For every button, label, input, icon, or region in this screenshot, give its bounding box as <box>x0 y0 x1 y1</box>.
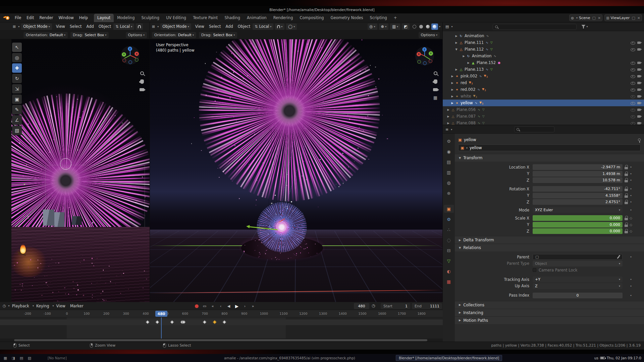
play-reverse-button[interactable]: ◀ <box>225 303 232 309</box>
editor-type-icon[interactable]: ⊞ <box>13 24 16 29</box>
marker-menu[interactable]: Marker <box>68 304 86 308</box>
mode-select[interactable]: Object Mode▾ <box>21 23 52 30</box>
animate-dot-icon[interactable]: • <box>628 187 634 191</box>
scale-x-field[interactable]: 0.000 <box>533 215 623 221</box>
jump-to-end-button[interactable]: » <box>249 303 257 309</box>
rotation-mode-select[interactable]: XYZ Euler▾ <box>533 207 623 213</box>
animate-dot-icon[interactable]: • <box>628 172 634 176</box>
visibility-dropdown[interactable]: ◎▾ <box>368 23 377 30</box>
axis-negx-handle[interactable] <box>122 59 126 62</box>
axis-y-handle[interactable]: Y <box>122 52 126 57</box>
outliner-row[interactable]: ▶✦red▼3 <box>443 79 644 86</box>
tab-output-icon[interactable]: ▤ <box>444 158 454 166</box>
lock-icon[interactable] <box>625 178 628 182</box>
tab-uv-editing[interactable]: UV Editing <box>163 14 190 22</box>
pin-icon[interactable] <box>638 138 641 141</box>
camera-parent-lock-checkbox[interactable] <box>533 268 536 272</box>
outliner-row[interactable]: ▶△Plane.088∿▽ <box>443 120 644 125</box>
keyframe-diamond[interactable] <box>203 320 206 324</box>
viewport-canvas[interactable]: User Perspective (480) paths | yellow Z … <box>150 39 442 302</box>
camera-visibility-icon[interactable] <box>637 61 642 65</box>
expand-icon[interactable]: ▶ <box>446 115 450 118</box>
expand-icon[interactable]: ▶ <box>454 68 459 71</box>
shading-rendered[interactable] <box>431 23 438 30</box>
tab-texture-paint[interactable]: Texture Paint <box>190 14 221 22</box>
tab-modeling[interactable]: Modeling <box>114 14 138 22</box>
axis-x-handle[interactable]: X <box>135 52 139 56</box>
view-menu[interactable]: View <box>193 24 207 29</box>
overlays-toggle[interactable]: ▥▾ <box>390 23 400 30</box>
outliner-row[interactable]: ▶△Plane.113∿▽ <box>443 66 644 73</box>
tab-object-data-icon[interactable]: ▽ <box>444 257 454 265</box>
axis-z-handle[interactable]: Z <box>422 47 427 52</box>
lock-icon[interactable] <box>625 200 628 204</box>
menu-window[interactable]: Window <box>56 14 76 21</box>
hide-eye-icon[interactable] <box>631 74 635 78</box>
camera-view-icon[interactable] <box>140 88 144 91</box>
hide-eye-icon[interactable] <box>631 41 635 45</box>
delta-transform-section-header[interactable]: ▶Delta Transform <box>455 236 644 244</box>
editor-type-icon[interactable]: ▤ <box>445 24 449 29</box>
collapse-icon[interactable]: ▼ <box>454 48 459 51</box>
outliner-row[interactable]: ▶↻Animation∿ <box>443 33 644 39</box>
animate-dot-icon[interactable]: • <box>628 294 634 297</box>
end-frame-field[interactable]: End1111 <box>412 303 442 309</box>
expand-icon[interactable]: ▶ <box>462 55 466 58</box>
tracking-axis-select[interactable]: +Y▾ <box>533 277 623 282</box>
viewlayer-selector[interactable]: ▥ ViewLayer ▢ × <box>604 14 642 21</box>
animate-dot-icon[interactable]: • <box>628 200 634 204</box>
axis-x-handle[interactable]: X <box>417 52 421 56</box>
start-frame-field[interactable]: Start1 <box>381 303 410 309</box>
animate-dot-icon[interactable]: • <box>628 208 634 212</box>
menu-help[interactable]: Help <box>76 14 91 21</box>
select-box-tool[interactable]: ↖ <box>12 43 22 52</box>
tab-geometry-nodes[interactable]: Geometry Nodes <box>327 14 367 22</box>
lock-icon[interactable] <box>625 187 628 191</box>
auto-key-record-button[interactable] <box>195 304 199 308</box>
navigation-gizmo[interactable]: Z X Y <box>415 47 434 65</box>
shading-material[interactable] <box>425 23 431 30</box>
transform-orientation-select[interactable]: ⇅Local▾ <box>113 23 134 30</box>
hide-eye-icon[interactable] <box>631 108 635 112</box>
tab-constraints-icon[interactable]: ⊟ <box>444 246 454 254</box>
tab-shading[interactable]: Shading <box>221 14 244 22</box>
rotation-y-field[interactable]: 4.1558° <box>533 193 623 198</box>
new-scene-icon[interactable]: ▢ <box>592 16 596 20</box>
hide-eye-icon[interactable] <box>631 94 635 99</box>
collections-section-header[interactable]: ▶Collections <box>455 301 644 309</box>
keyframe-diamond[interactable] <box>170 320 174 324</box>
select-menu[interactable]: Select <box>207 24 223 29</box>
timeline-view-menu[interactable]: View <box>54 304 68 308</box>
outliner-row[interactable]: ▶▲Plane.152● <box>443 59 644 66</box>
play-button[interactable]: ▶ <box>233 303 240 309</box>
tab-texture-icon[interactable]: ▦ <box>444 278 454 286</box>
animate-dot-icon[interactable]: • <box>628 178 634 182</box>
orientation-setting[interactable]: Orientation:Default▾ <box>23 32 68 38</box>
tab-particles-icon[interactable]: ∴ <box>444 226 454 234</box>
expand-icon[interactable]: ▶ <box>466 61 471 64</box>
close-icon[interactable]: × <box>598 16 601 20</box>
pan-hand-icon[interactable] <box>140 79 144 84</box>
scale-y-field[interactable]: 0.000 <box>533 222 623 228</box>
keyframe-diamond-icon[interactable]: ◇ <box>628 216 634 220</box>
keyboard-layout-indicator[interactable]: us <box>594 356 598 360</box>
relations-section-header[interactable]: ▼Relations <box>455 244 644 251</box>
keyframe-diamond[interactable] <box>146 320 149 324</box>
stopwatch-icon[interactable]: ◷ <box>372 303 375 308</box>
search-input[interactable] <box>521 127 552 131</box>
location-y-field[interactable]: 1.4938 m <box>533 171 623 177</box>
viewport-main[interactable]: ⊞▾ Object Mode▾ View Select Add Object ⇅… <box>150 22 443 302</box>
outliner-row[interactable]: ▶△Plane.111∿▽ <box>443 39 644 46</box>
object-name-field[interactable]: ▣ ▾ yellow <box>458 144 641 151</box>
camera-view-icon[interactable] <box>433 88 438 91</box>
animate-dot-icon[interactable]: • <box>628 284 634 288</box>
properties-search[interactable] <box>514 126 554 132</box>
tab-compositing[interactable]: Compositing <box>296 14 327 22</box>
jump-to-start-button[interactable]: « <box>209 303 216 309</box>
options-dropdown[interactable]: Options▾ <box>126 32 147 38</box>
camera-visibility-icon[interactable] <box>637 94 642 99</box>
drag-setting[interactable]: Drag:Select Box▾ <box>199 32 237 38</box>
tab-layout[interactable]: Layout <box>94 14 114 22</box>
rotate-tool[interactable]: ↻ <box>12 74 22 83</box>
tab-modifiers-icon[interactable]: ⚙ <box>444 215 454 223</box>
